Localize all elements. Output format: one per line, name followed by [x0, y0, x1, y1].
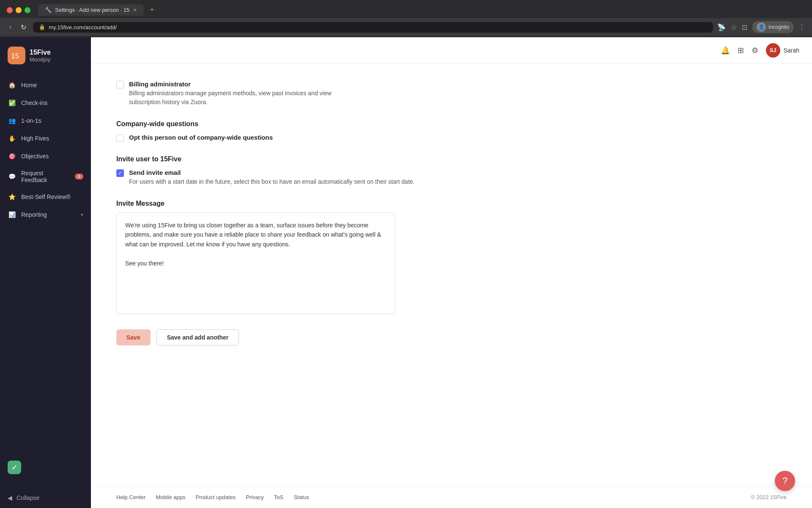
billing-admin-desc: Billing administrators manage payment me…	[129, 89, 332, 107]
check-circle-icon: ✅	[8, 99, 16, 107]
footer-help-center[interactable]: Help Center	[116, 494, 145, 500]
request-feedback-badge: 8	[75, 174, 83, 179]
send-invite-desc: For users with a start date in the futur…	[129, 177, 414, 186]
footer-status[interactable]: Status	[294, 494, 309, 500]
top-header: 🔔 ⊞ ⚙ SJ Sarah	[91, 37, 812, 64]
send-invite-checkbox[interactable]	[116, 169, 124, 177]
sidebar-item-oneonones[interactable]: 👥 1-on-1s	[0, 112, 91, 130]
page-content: Billing administrator Billing administra…	[91, 64, 514, 486]
sidebar-item-label-highfives: High Fives	[21, 135, 49, 142]
footer-mobile-apps[interactable]: Mobile apps	[156, 494, 185, 500]
browser-tab[interactable]: 🔧 Settings · Add new person · 15 ✕	[38, 4, 144, 16]
cast-icon: 📡	[717, 23, 726, 31]
traffic-lights	[7, 7, 30, 13]
sidebar-nav: 🏠 Home ✅ Check-ins 👥 1-on-1s ✋ High Five…	[0, 73, 91, 488]
sidebar-item-requestfeedback[interactable]: 💬 Request Feedback 8	[0, 165, 91, 188]
app-container: 15 15Five Moodjoy 🏠 Home ✅ Check-ins 👥 1…	[0, 37, 812, 508]
billing-admin-label: Billing administrator	[129, 80, 332, 88]
invite-title: Invite user to 15Five	[116, 155, 488, 163]
chevron-down-icon: ▾	[81, 212, 83, 218]
billing-admin-section: Billing administrator Billing administra…	[116, 80, 488, 107]
tab-title: Settings · Add new person · 15	[55, 7, 129, 13]
send-invite-row: Send invite email For users with a start…	[116, 169, 488, 186]
check-badge: ✓	[8, 461, 21, 474]
settings-icon[interactable]: ⚙	[752, 46, 758, 55]
billing-admin-row: Billing administrator Billing administra…	[116, 80, 488, 107]
invite-user-section: Invite user to 15Five Send invite email …	[116, 155, 488, 186]
address-bar[interactable]: 🔒 my.15five.com/account/add/	[33, 22, 713, 33]
sidebar: 15 15Five Moodjoy 🏠 Home ✅ Check-ins 👥 1…	[0, 37, 91, 508]
sidebar-item-objectives[interactable]: 🎯 Objectives	[0, 147, 91, 165]
reload-button[interactable]: ↻	[18, 22, 29, 33]
browser-nav: ‹ ↻ 🔒 my.15five.com/account/add/ 📡 ☆ ⊡ 👤…	[0, 18, 812, 36]
opt-out-row: Opt this person out of company-wide ques…	[116, 134, 488, 142]
incognito-label: Incognito	[768, 24, 789, 30]
send-invite-label: Send invite email	[129, 169, 414, 176]
brand-name: 15Five	[30, 48, 51, 56]
sidebar-item-label-home: Home	[21, 82, 37, 88]
collapse-button[interactable]: ◀ Collapse	[8, 494, 83, 501]
header-user: SJ Sarah	[766, 43, 799, 58]
invite-message-section: Invite Message We're using 15Five to bri…	[116, 200, 488, 316]
company-questions-title: Company-wide questions	[116, 120, 488, 128]
minimize-window-button[interactable]	[16, 7, 22, 13]
page-footer: Help Center Mobile apps Product updates …	[91, 486, 812, 508]
checkmark-icon: ✓	[11, 463, 18, 472]
opt-out-checkbox[interactable]	[116, 134, 124, 142]
footer-links: Help Center Mobile apps Product updates …	[116, 494, 309, 500]
brand-logo: 15	[8, 47, 25, 64]
footer-tos[interactable]: ToS	[274, 494, 283, 500]
menu-icon[interactable]: ⋮	[798, 23, 805, 31]
action-buttons: Save Save and add another	[116, 329, 488, 345]
browser-chrome: 🔧 Settings · Add new person · 15 ✕ + ‹ ↻…	[0, 0, 812, 37]
new-tab-button[interactable]: +	[150, 6, 154, 14]
invite-message-label: Invite Message	[116, 200, 488, 207]
tab-close-button[interactable]: ✕	[133, 7, 137, 13]
address-text: my.15five.com/account/add/	[49, 24, 117, 30]
tab-favicon: 🔧	[45, 7, 52, 13]
opt-out-label: Opt this person out of company-wide ques…	[129, 134, 273, 141]
close-window-button[interactable]	[7, 7, 13, 13]
sidebar-item-label-requestfeedback: Request Feedback	[21, 170, 70, 183]
sidebar-item-label-checkins: Check-ins	[21, 99, 47, 106]
target-icon: 🎯	[8, 152, 16, 160]
footer-privacy[interactable]: Privacy	[246, 494, 264, 500]
sidebar-item-checkins[interactable]: ✅ Check-ins	[0, 94, 91, 112]
avatar: SJ	[766, 43, 780, 58]
maximize-window-button[interactable]	[25, 7, 30, 13]
main-content: 🔔 ⊞ ⚙ SJ Sarah Billing administrator	[91, 37, 812, 508]
split-view-icon[interactable]: ⊡	[742, 23, 747, 31]
notification-icon[interactable]: 🔔	[721, 46, 730, 55]
sidebar-item-label-oneonones: 1-on-1s	[21, 117, 41, 124]
sidebar-brand: 15 15Five Moodjoy	[0, 37, 91, 73]
invite-message-textarea[interactable]: We're using 15Five to bring us closer to…	[116, 213, 395, 314]
sidebar-item-bestselfreview[interactable]: ⭐ Best-Self Review®	[0, 188, 91, 206]
sidebar-item-label-bestselfreview: Best-Self Review®	[21, 193, 71, 200]
brand-sub: Moodjoy	[30, 56, 51, 63]
question-mark-icon: ?	[782, 475, 787, 486]
back-button[interactable]: ‹	[7, 22, 14, 33]
header-username: Sarah	[784, 47, 799, 54]
sidebar-item-label-objectives: Objectives	[21, 153, 49, 160]
company-questions-section: Company-wide questions Opt this person o…	[116, 120, 488, 142]
footer-product-updates[interactable]: Product updates	[195, 494, 236, 500]
collapse-label: Collapse	[16, 494, 39, 501]
bar-chart-icon: 📊	[8, 210, 16, 219]
home-icon: 🏠	[8, 81, 16, 89]
lock-icon: 🔒	[39, 24, 45, 30]
collapse-icon: ◀	[8, 494, 12, 501]
bookmark-icon[interactable]: ☆	[731, 23, 737, 31]
help-fab-button[interactable]: ?	[775, 471, 795, 491]
sidebar-bottom: ◀ Collapse	[0, 488, 91, 508]
save-and-add-another-button[interactable]: Save and add another	[156, 329, 239, 345]
sidebar-item-home[interactable]: 🏠 Home	[0, 76, 91, 94]
footer-copyright: © 2022 15Five	[751, 494, 787, 500]
sidebar-item-reporting[interactable]: 📊 Reporting ▾	[0, 206, 91, 224]
grid-icon[interactable]: ⊞	[738, 46, 744, 55]
hand-icon: ✋	[8, 134, 16, 143]
sidebar-item-highfives[interactable]: ✋ High Fives	[0, 130, 91, 147]
save-button[interactable]: Save	[116, 329, 151, 345]
billing-admin-checkbox[interactable]	[116, 81, 124, 88]
people-icon: 👥	[8, 116, 16, 125]
star-icon: ⭐	[8, 193, 16, 201]
